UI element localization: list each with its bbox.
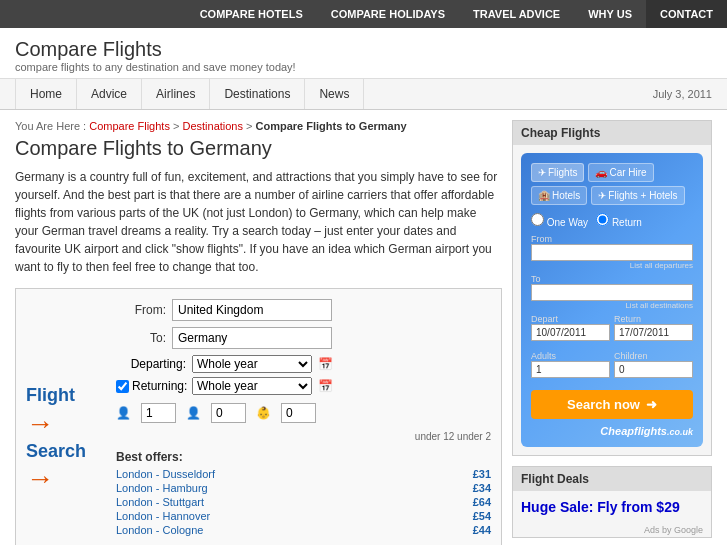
brand-arrow2: → bbox=[26, 462, 54, 496]
widget-form: From: To: Departing: Whole year 📅 bbox=[116, 299, 491, 545]
departing-label: Departing: bbox=[116, 357, 186, 371]
nav-travel-advice[interactable]: TRAVEL ADVICE bbox=[459, 0, 574, 28]
offer-row-3: London - Hannover £54 bbox=[116, 510, 491, 522]
cf-return-input[interactable] bbox=[614, 324, 693, 341]
adult-icon: 👤 bbox=[116, 406, 131, 420]
returning-icon[interactable]: 📅 bbox=[318, 379, 333, 393]
to-input[interactable] bbox=[172, 327, 332, 349]
flight-deals-title: Flight Deals bbox=[513, 467, 711, 491]
pax-row: 👤 👤 👶 bbox=[116, 403, 491, 423]
cf-tab-hotels[interactable]: 🏨 Hotels bbox=[531, 186, 587, 205]
cf-children-field: Children bbox=[614, 351, 693, 378]
offer-price-0: £31 bbox=[473, 468, 491, 480]
sec-nav-advice[interactable]: Advice bbox=[77, 79, 142, 109]
cf-to-input[interactable] bbox=[531, 284, 693, 301]
to-label: To: bbox=[116, 331, 166, 345]
site-header: Compare Flights compare flights to any d… bbox=[0, 28, 727, 79]
widget-brand: Flight → Search → bbox=[26, 299, 106, 545]
trip-type-row: One Way Return bbox=[531, 213, 693, 228]
brand-line2: Search bbox=[26, 441, 86, 461]
children-item bbox=[211, 403, 246, 423]
cf-tab-flights-hotels[interactable]: ✈ Flights + Hotels bbox=[591, 186, 684, 205]
sidebar: Cheap Flights ✈ Flights 🚗 Car Hire bbox=[512, 120, 712, 545]
sec-nav-home[interactable]: Home bbox=[15, 79, 77, 109]
from-input[interactable] bbox=[172, 299, 332, 321]
return-radio[interactable] bbox=[596, 213, 609, 226]
deal-advertisement[interactable]: Huge Sale: Fly from $29 bbox=[513, 491, 711, 523]
cf-children-input[interactable] bbox=[614, 361, 693, 378]
cheap-flights-section: Cheap Flights ✈ Flights 🚗 Car Hire bbox=[512, 120, 712, 456]
car-icon: 🚗 bbox=[595, 167, 607, 178]
main-content: You Are Here : Compare Flights > Destina… bbox=[15, 120, 502, 545]
cf-from-hint: List all departures bbox=[531, 261, 693, 270]
cf-adults-label: Adults bbox=[531, 351, 610, 361]
cf-search-label: Search now bbox=[567, 397, 640, 412]
breadcrumb-prefix: You Are Here : bbox=[15, 120, 86, 132]
sec-nav-destinations[interactable]: Destinations bbox=[210, 79, 305, 109]
offer-route-1[interactable]: London - Hamburg bbox=[116, 482, 208, 494]
return-label[interactable]: Return bbox=[596, 213, 642, 228]
infant-icon: 👶 bbox=[256, 406, 271, 420]
child-icon: 👤 bbox=[186, 406, 201, 420]
returning-select[interactable]: Whole year bbox=[192, 377, 312, 395]
deal-link[interactable]: Huge Sale: Fly from $29 bbox=[521, 499, 680, 515]
flight-search-widget: Flight → Search → From: To: Departing: bbox=[15, 288, 502, 545]
nav-compare-hotels[interactable]: COMPARE HOTELS bbox=[186, 0, 317, 28]
cf-search-button[interactable]: Search now ➜ bbox=[531, 390, 693, 419]
page-description: Germany is a country full of fun, excite… bbox=[15, 168, 502, 276]
breadcrumb-compare-flights[interactable]: Compare Flights bbox=[89, 120, 170, 132]
offer-route-2[interactable]: London - Stuttgart bbox=[116, 496, 204, 508]
cf-tab-car-hire[interactable]: 🚗 Car Hire bbox=[588, 163, 653, 182]
hotel-icon: 🏨 bbox=[538, 190, 550, 201]
children-input[interactable] bbox=[211, 403, 246, 423]
cf-from-field: From List all departures bbox=[531, 234, 693, 270]
current-date: July 3, 2011 bbox=[653, 88, 712, 100]
cf-from-input[interactable] bbox=[531, 244, 693, 261]
departing-select[interactable]: Whole year bbox=[192, 355, 312, 373]
brand-arrow: → bbox=[26, 407, 54, 441]
offers-table: London - Dusseldorf £31 London - Hamburg… bbox=[116, 468, 491, 536]
cf-to-label: To bbox=[531, 274, 693, 284]
cf-adults-input[interactable] bbox=[531, 361, 610, 378]
nav-contact[interactable]: CONTACT bbox=[646, 0, 727, 28]
to-row: To: bbox=[116, 327, 491, 349]
infants-input[interactable] bbox=[281, 403, 316, 423]
brand-line1: Flight bbox=[26, 385, 75, 405]
brand-text: Flight → Search → bbox=[26, 385, 106, 495]
offer-route-4[interactable]: London - Cologne bbox=[116, 524, 203, 536]
offer-price-4: £44 bbox=[473, 524, 491, 536]
flight-deals-section: Flight Deals Huge Sale: Fly from $29 Ads… bbox=[512, 466, 712, 538]
offer-price-1: £34 bbox=[473, 482, 491, 494]
offer-price-2: £64 bbox=[473, 496, 491, 508]
cf-to-field: To List all destinations bbox=[531, 274, 693, 310]
departing-icon[interactable]: 📅 bbox=[318, 357, 333, 371]
page-title: Compare Flights to Germany bbox=[15, 137, 502, 160]
sec-nav-news[interactable]: News bbox=[305, 79, 364, 109]
breadcrumb-destinations[interactable]: Destinations bbox=[182, 120, 243, 132]
best-offers: Best offers: London - Dusseldorf £31 Lon… bbox=[116, 450, 491, 536]
infants-item bbox=[281, 403, 316, 423]
one-way-label[interactable]: One Way bbox=[531, 213, 588, 228]
cheap-flights-title: Cheap Flights bbox=[513, 121, 711, 145]
adults-input[interactable] bbox=[141, 403, 176, 423]
one-way-radio[interactable] bbox=[531, 213, 544, 226]
cf-adults-field: Adults bbox=[531, 351, 610, 378]
cf-depart-input[interactable] bbox=[531, 324, 610, 341]
sec-nav-airlines[interactable]: Airlines bbox=[142, 79, 210, 109]
site-title: Compare Flights bbox=[15, 38, 712, 61]
nav-compare-holidays[interactable]: COMPARE HOLIDAYS bbox=[317, 0, 459, 28]
nav-why-us[interactable]: WHY US bbox=[574, 0, 646, 28]
departing-row: Departing: Whole year 📅 bbox=[116, 355, 491, 373]
returning-checkbox[interactable] bbox=[116, 380, 129, 393]
cheapflights-logo: Cheapflights.co.uk bbox=[531, 425, 693, 437]
cf-dates: Depart Return bbox=[531, 314, 693, 345]
cf-pax: Adults Children bbox=[531, 351, 693, 382]
breadcrumb: You Are Here : Compare Flights > Destina… bbox=[15, 120, 502, 132]
offer-route-3[interactable]: London - Hannover bbox=[116, 510, 210, 522]
offer-route-0[interactable]: London - Dusseldorf bbox=[116, 468, 215, 480]
top-navigation: COMPARE HOTELS COMPARE HOLIDAYS TRAVEL A… bbox=[0, 0, 727, 28]
ad-label: Ads by Google bbox=[513, 523, 711, 537]
cf-depart-field: Depart bbox=[531, 314, 610, 341]
adults-item bbox=[141, 403, 176, 423]
cf-tab-flights[interactable]: ✈ Flights bbox=[531, 163, 584, 182]
